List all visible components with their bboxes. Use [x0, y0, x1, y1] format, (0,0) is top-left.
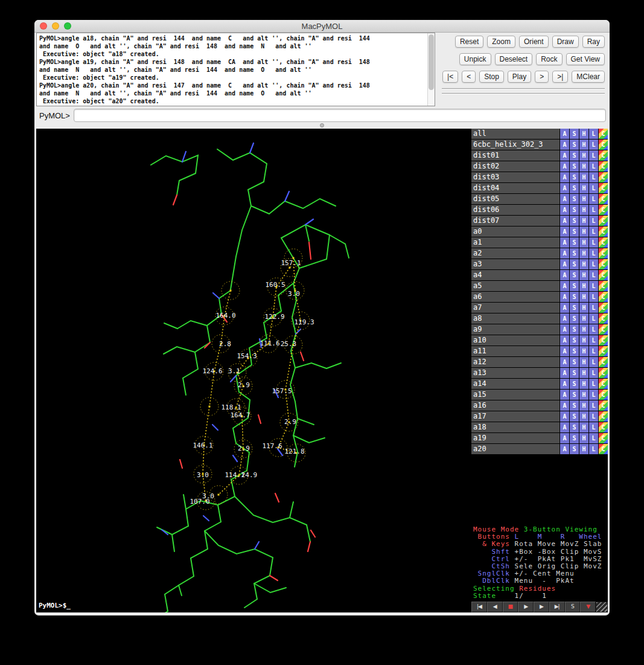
object-l-button[interactable]: L: [589, 357, 598, 367]
console-scrollbar[interactable]: [427, 33, 435, 106]
object-s-button[interactable]: S: [570, 422, 579, 432]
object-name[interactable]: a11: [471, 346, 560, 356]
rewind-button[interactable]: |◀: [471, 602, 487, 612]
object-a-button[interactable]: A: [560, 140, 569, 150]
stop-button[interactable]: ■: [503, 602, 518, 612]
object-a-button[interactable]: A: [560, 150, 569, 161]
object-s-button[interactable]: S: [570, 237, 579, 248]
object-h-button[interactable]: H: [579, 324, 588, 335]
object-name[interactable]: a0: [471, 226, 560, 237]
object-s-button[interactable]: S: [570, 379, 579, 389]
object-a-button[interactable]: A: [560, 379, 569, 389]
object-h-button[interactable]: H: [579, 140, 588, 150]
object-l-button[interactable]: L: [589, 216, 598, 226]
button-stop[interactable]: Stop: [479, 71, 504, 83]
hide-panel-button[interactable]: ▼: [580, 602, 596, 612]
button-draw[interactable]: Draw: [552, 36, 579, 48]
object-name[interactable]: dist07: [471, 216, 560, 226]
object-s-button[interactable]: S: [570, 400, 579, 411]
object-name[interactable]: a5: [471, 281, 560, 291]
pymol-command-input[interactable]: [74, 109, 606, 122]
object-name[interactable]: a10: [471, 335, 560, 345]
object-c-button[interactable]: C: [599, 313, 608, 324]
object-l-button[interactable]: L: [589, 324, 598, 335]
object-l-button[interactable]: L: [589, 194, 598, 204]
object-a-button[interactable]: A: [560, 161, 569, 172]
object-c-button[interactable]: C: [599, 216, 608, 226]
object-h-button[interactable]: H: [579, 205, 588, 215]
button-unpick[interactable]: Unpick: [459, 53, 491, 65]
object-c-button[interactable]: C: [599, 303, 608, 313]
object-c-button[interactable]: C: [599, 129, 608, 139]
fast-forward-button[interactable]: ▶|: [549, 602, 565, 612]
object-name[interactable]: a16: [471, 400, 560, 411]
object-s-button[interactable]: S: [570, 368, 579, 378]
object-a-button[interactable]: A: [560, 422, 569, 432]
object-l-button[interactable]: L: [589, 433, 598, 443]
object-c-button[interactable]: C: [599, 226, 608, 237]
object-name[interactable]: dist01: [471, 150, 560, 161]
button-ray[interactable]: Ray: [582, 36, 605, 48]
object-name[interactable]: a7: [471, 303, 560, 313]
object-s-button[interactable]: S: [570, 281, 579, 291]
object-c-button[interactable]: C: [599, 259, 608, 269]
object-c-button[interactable]: C: [599, 292, 608, 302]
object-a-button[interactable]: A: [560, 444, 569, 454]
resize-grip-icon[interactable]: [596, 602, 608, 612]
button-deselect[interactable]: Deselect: [495, 53, 533, 65]
object-c-button[interactable]: C: [599, 390, 608, 400]
object-name[interactable]: a20: [471, 444, 560, 454]
object-h-button[interactable]: H: [579, 183, 588, 193]
object-h-button[interactable]: H: [579, 248, 588, 259]
object-s-button[interactable]: S: [570, 129, 579, 139]
object-a-button[interactable]: A: [560, 303, 569, 313]
button-orient[interactable]: Orient: [519, 36, 549, 48]
object-h-button[interactable]: H: [579, 292, 588, 302]
object-l-button[interactable]: L: [589, 205, 598, 215]
object-name[interactable]: a4: [471, 270, 560, 280]
object-l-button[interactable]: L: [589, 248, 598, 259]
object-s-button[interactable]: S: [570, 216, 579, 226]
object-s-button[interactable]: S: [570, 183, 579, 193]
object-l-button[interactable]: L: [589, 226, 598, 237]
console-scrollbar-thumb[interactable]: [429, 34, 434, 90]
object-c-button[interactable]: C: [599, 237, 608, 248]
object-h-button[interactable]: H: [579, 433, 588, 443]
object-c-button[interactable]: C: [599, 281, 608, 291]
object-h-button[interactable]: H: [579, 150, 588, 161]
object-h-button[interactable]: H: [579, 411, 588, 422]
object-s-button[interactable]: S: [570, 205, 579, 215]
button-[interactable]: <: [462, 71, 476, 83]
object-s-button[interactable]: S: [570, 390, 579, 400]
object-s-button[interactable]: S: [570, 433, 579, 443]
object-h-button[interactable]: H: [579, 216, 588, 226]
state-indicator[interactable]: State 1/ 1: [473, 593, 606, 600]
object-l-button[interactable]: L: [589, 292, 598, 302]
object-s-button[interactable]: S: [570, 150, 579, 161]
object-c-button[interactable]: C: [599, 422, 608, 432]
object-name[interactable]: a14: [471, 379, 560, 389]
object-c-button[interactable]: C: [599, 400, 608, 411]
object-l-button[interactable]: L: [589, 411, 598, 422]
object-c-button[interactable]: C: [599, 140, 608, 150]
object-s-button[interactable]: S: [570, 259, 579, 269]
object-name[interactable]: a3: [471, 259, 560, 269]
object-s-button[interactable]: S: [570, 411, 579, 422]
splitter-handle-icon[interactable]: [320, 123, 324, 127]
object-l-button[interactable]: L: [589, 161, 598, 172]
object-h-button[interactable]: H: [579, 335, 588, 345]
object-l-button[interactable]: L: [589, 129, 598, 139]
object-s-button[interactable]: S: [570, 140, 579, 150]
object-h-button[interactable]: H: [579, 303, 588, 313]
object-s-button[interactable]: S: [570, 194, 579, 204]
object-a-button[interactable]: A: [560, 400, 569, 411]
step-forward-button[interactable]: ▶: [534, 602, 549, 612]
object-c-button[interactable]: C: [599, 324, 608, 335]
object-c-button[interactable]: C: [599, 411, 608, 422]
object-name[interactable]: dist05: [471, 194, 560, 204]
object-s-button[interactable]: S: [570, 444, 579, 454]
close-window-icon[interactable]: [40, 22, 47, 30]
object-l-button[interactable]: L: [589, 303, 598, 313]
object-c-button[interactable]: C: [599, 183, 608, 193]
object-a-button[interactable]: A: [560, 281, 569, 291]
